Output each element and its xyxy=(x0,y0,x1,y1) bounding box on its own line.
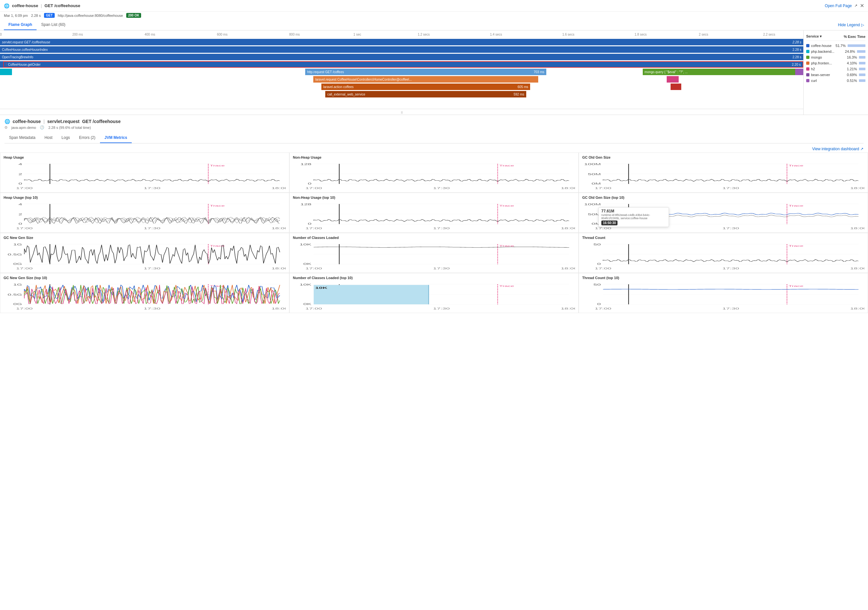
span-service-name: servlet.request xyxy=(47,119,80,124)
tab-span-metadata[interactable]: Span Metadata xyxy=(5,133,40,143)
chart-svg-8: 50017:0017:3018:00Trace xyxy=(582,241,865,270)
metric-cell-4: Non-Heap Usage (top 10) 128017:0017:3018… xyxy=(289,192,579,233)
y-min: 0K xyxy=(303,262,312,265)
x-label-1: 17:30 xyxy=(433,227,450,230)
open-full-page-link[interactable]: Open Full Page xyxy=(825,3,852,8)
x-label-2: 18:00 xyxy=(561,267,575,270)
x-label-1: 17:30 xyxy=(433,307,450,310)
metric-title-6: GC New Gen Size xyxy=(3,236,286,240)
x-label-2: 18:00 xyxy=(850,267,865,270)
close-icon[interactable]: ✕ xyxy=(860,3,864,9)
tick-1sec: 1 sec xyxy=(353,33,361,36)
metric-cell-5: GC Old Gen Size (top 10) 100M50M0M17:001… xyxy=(579,192,868,233)
trace-label: Trace xyxy=(788,204,803,207)
flame-row-6[interactable]: laravel.request CoffeeHouse\Controllers\… xyxy=(0,76,803,83)
legend-bar-mini xyxy=(859,79,865,82)
x-label-0: 17:00 xyxy=(16,267,33,270)
flame-row-3[interactable]: OpenTracingBrewInfo 2.28 s xyxy=(0,53,803,61)
bar-time-action: 605 ms xyxy=(518,85,528,89)
y-mid: 0.5G xyxy=(8,253,22,256)
x-label-2: 18:00 xyxy=(850,227,865,230)
span-meta: ⊙ java-apm-demo 🕐 2.28 s (99.6% of total… xyxy=(5,125,863,129)
drag-handle[interactable]: ⠿ xyxy=(401,111,403,115)
metrics-grid: Heap Usage 42017:0017:3018:00Trace Non-H… xyxy=(0,152,868,313)
trace-label: Trace xyxy=(210,285,225,287)
y-max: 128 xyxy=(300,203,312,206)
flame-bar-coffeehouse-index[interactable]: CoffeeHouse.coffeeHouseIndex 2.28 s xyxy=(0,46,803,53)
flame-row-2[interactable]: CoffeeHouse.coffeeHouseIndex 2.28 s xyxy=(0,46,803,53)
chart-svg-11: 50017:0017:3018:00Trace xyxy=(582,281,865,310)
flame-row-1[interactable]: servlet.request GET /coffeehouse 2.28 s xyxy=(0,39,803,46)
legend-item-left: php.backend... xyxy=(806,50,834,53)
title-left: 🌐 coffee-house | GET /coffeehouse xyxy=(4,3,80,8)
metric-chart-8: 50017:0017:3018:00Trace xyxy=(582,241,865,270)
metric-title-5: GC Old Gen Size (top 10) xyxy=(582,196,865,199)
request-duration: 2.28 s xyxy=(31,14,41,17)
bar-pink-small xyxy=(667,76,679,82)
flame-bar-call-external[interactable]: call_external_web_service 592 ms xyxy=(325,91,526,98)
legend-item-left: curl xyxy=(806,79,817,82)
metrics-top-bar: View integration dashboard ↗ xyxy=(0,143,868,152)
metric-chart-7: 10K0K17:0017:3018:00Trace xyxy=(293,241,575,270)
flame-bar-servlet[interactable]: servlet.request GET /coffeehouse 2.28 s xyxy=(0,39,803,45)
trace-label: Trace xyxy=(210,204,225,207)
legend-dot xyxy=(806,62,809,65)
x-label-0: 17:00 xyxy=(595,186,611,190)
flame-bar-mongo-query[interactable]: mongo.query { "$eval" : "?", ... xyxy=(643,69,795,75)
y-max: 100M xyxy=(584,163,601,166)
x-label-2: 18:00 xyxy=(850,307,865,310)
legend-pct: 24.8% xyxy=(844,50,855,53)
span-pipe: | xyxy=(43,119,45,124)
legend-name: coffee-house xyxy=(811,44,831,48)
metric-cell-10: Number of Classes Loaded (top 10) 10K0K1… xyxy=(289,273,579,313)
flame-bar-http-request[interactable]: http.request GET /coffees 703 ms xyxy=(305,69,546,75)
tab-span-list[interactable]: Span List (60) xyxy=(37,20,70,30)
tab-errors[interactable]: Errors (2) xyxy=(74,133,100,143)
tick-0: 0 xyxy=(0,33,2,36)
chart-svg-6: 1G0.5G0G17:0017:3018:00Trace xyxy=(3,241,286,270)
flame-bar-getorder[interactable]: ! CoffeeHouse.getOrder 2.20 s xyxy=(3,61,803,68)
x-label-2: 18:00 xyxy=(561,227,575,230)
flame-row-8[interactable]: call_external_web_service 592 ms xyxy=(0,91,803,98)
flame-bar-laravel-action[interactable]: laravel.action coffees 605 ms xyxy=(321,84,530,90)
flame-bar-laravel-request[interactable]: laravel.request CoffeeHouse\Controllers\… xyxy=(313,76,538,82)
error-icon: ! xyxy=(6,63,7,67)
flame-bar-opentracing[interactable]: OpenTracingBrewInfo 2.28 s xyxy=(0,54,803,60)
tick-400ms: 400 ms xyxy=(145,33,155,36)
tab-jvm-metrics[interactable]: JVM Metrics xyxy=(100,133,132,143)
trace-label: Trace xyxy=(499,164,514,167)
x-label-1: 17:30 xyxy=(144,227,161,230)
metric-title-9: GC New Gen Size (top 10) xyxy=(3,276,286,280)
x-label-2: 18:00 xyxy=(271,227,286,230)
legend-name: h2 xyxy=(811,67,815,71)
flame-row-4[interactable]: ! CoffeeHouse.getOrder 2.20 s xyxy=(0,61,803,68)
app-name: coffee-house xyxy=(12,3,38,8)
y-min: 0M xyxy=(592,182,601,185)
tooltip-time: 16:50:30 xyxy=(601,220,617,225)
x-label-0: 17:00 xyxy=(305,267,322,270)
legend-item-coffee-house: coffee-house 51.7% xyxy=(806,43,865,48)
bar-time-4: 2.20 s xyxy=(792,63,801,67)
view-integration-link[interactable]: View integration dashboard ↗ xyxy=(812,147,863,151)
flame-row-5[interactable]: http.request GET /coffees 703 ms mongo.q… xyxy=(0,68,803,75)
tab-logs[interactable]: Logs xyxy=(57,133,74,143)
y-min: 0 xyxy=(597,262,601,265)
metric-cell-11: Thread Count (top 10) 50017:0017:3018:00… xyxy=(579,273,868,313)
tab-flame-graph[interactable]: Flame Graph xyxy=(4,20,37,30)
legend-item-left: php.fronten... xyxy=(806,61,832,65)
y-min: 0 xyxy=(19,222,22,225)
tooltip-value: 77.61M xyxy=(601,209,666,213)
metric-title-2: GC Old Gen Size xyxy=(582,155,865,159)
x-label-2: 18:00 xyxy=(850,186,865,190)
flame-row-7[interactable]: laravel.action coffees 605 ms xyxy=(0,83,803,90)
legend-bar-mini xyxy=(859,62,865,64)
method-badge: GET xyxy=(44,13,55,18)
hide-legend-button[interactable]: Hide Legend ▷ xyxy=(838,23,864,27)
trace-label: Trace xyxy=(210,164,225,167)
flame-bars: servlet.request GET /coffeehouse 2.28 s … xyxy=(0,37,803,109)
span-method-path: GET /coffeehouse xyxy=(82,119,121,124)
globe-icon: 🌐 xyxy=(4,3,9,8)
request-date: Mar 1, 6:09 pm xyxy=(4,14,28,17)
tab-host[interactable]: Host xyxy=(40,133,57,143)
metric-chart-2: 100M50M0M17:0017:3018:00Trace xyxy=(582,161,865,190)
